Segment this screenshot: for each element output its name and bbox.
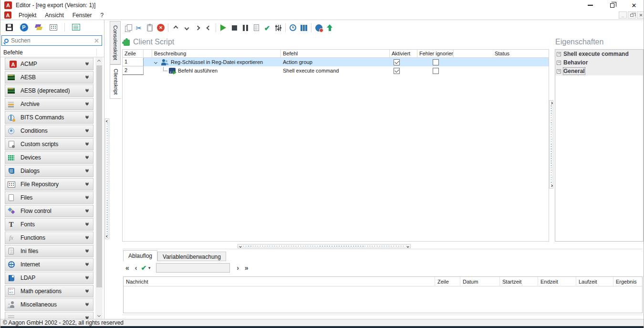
save-button[interactable] xyxy=(4,22,14,32)
scroll-up-button[interactable] xyxy=(95,57,103,65)
mdi-restore-button[interactable] xyxy=(628,11,636,19)
column-header-befehl[interactable]: Befehl xyxy=(281,50,390,57)
log-panel-collapse-splitter[interactable] xyxy=(238,244,411,248)
copy-button[interactable] xyxy=(123,22,133,33)
script-log-button[interactable] xyxy=(251,22,261,33)
category-aesb-deprecated[interactable]: AESB (deprecated) xyxy=(5,85,93,97)
filter-check-icon[interactable]: ✔ xyxy=(141,264,146,272)
cut-button[interactable]: ✂ xyxy=(134,22,144,33)
column-header-laufzeit[interactable]: Laufzeit xyxy=(576,277,613,286)
category-internet[interactable]: Internet xyxy=(5,258,93,271)
category-ini-files[interactable]: Ini files xyxy=(5,245,93,257)
property-group-general[interactable]: General xyxy=(555,67,643,75)
category-bits-commands[interactable]: BITS Commands xyxy=(5,111,93,124)
column-header-zeile[interactable]: Zeile xyxy=(123,50,144,57)
stop-button[interactable] xyxy=(229,22,239,33)
column-header-zeile[interactable]: Zeile xyxy=(435,277,460,286)
category-math-operations[interactable]: Math operations xyxy=(5,285,93,297)
clear-search-icon[interactable]: ✕ xyxy=(94,37,99,44)
status-bar: © Aagon GmbH 2002 - 2022, all rights res… xyxy=(0,319,644,326)
column-header-ergebnis[interactable]: Ergebnis xyxy=(613,277,642,286)
pause-button[interactable] xyxy=(240,22,250,33)
tab-variablenueberwachung[interactable]: Variablenüberwachung xyxy=(157,252,226,261)
category-partial[interactable] xyxy=(5,312,93,319)
sidebar-collapse-splitter[interactable] xyxy=(105,118,109,239)
filter-dropdown-icon[interactable]: ▼ xyxy=(147,266,151,270)
category-devices[interactable]: Devices xyxy=(5,151,93,164)
log-tabstrip: Ablauflog Variablenüberwachung xyxy=(123,250,226,261)
search-input[interactable] xyxy=(11,37,94,44)
validate-button[interactable]: ✔ xyxy=(262,22,272,33)
column-header-status[interactable]: Status xyxy=(454,50,549,57)
expand-plus-icon[interactable] xyxy=(557,61,561,65)
category-files[interactable]: Files xyxy=(5,191,93,204)
project-button[interactable] xyxy=(19,22,29,32)
aktiviert-checkbox[interactable] xyxy=(394,59,400,65)
fehler-ignorieren-checkbox[interactable] xyxy=(433,59,439,65)
category-file-repository[interactable]: File Repository xyxy=(5,178,93,190)
previous-record-button[interactable]: ‹ xyxy=(133,264,139,272)
expand-plus-icon[interactable] xyxy=(557,69,561,74)
category-dialogs[interactable]: Dialogs xyxy=(5,165,93,177)
form-editor-button[interactable] xyxy=(71,22,81,32)
menu-projekt[interactable]: Projekt xyxy=(14,11,41,20)
mdi-close-button[interactable]: ✕ xyxy=(637,11,644,19)
category-miscellaneous[interactable]: Miscellaneous xyxy=(5,298,93,311)
last-record-button[interactable]: » xyxy=(243,264,250,272)
close-button[interactable]: ✕ xyxy=(627,1,641,10)
column-header-nachricht[interactable]: Nachricht xyxy=(124,277,435,286)
minimize-button[interactable] xyxy=(583,1,597,10)
design-button[interactable] xyxy=(33,22,44,32)
upload-button[interactable] xyxy=(324,22,335,33)
fehler-ignorieren-checkbox[interactable] xyxy=(433,68,439,74)
log-filter-input[interactable] xyxy=(156,263,230,273)
category-conditions[interactable]: Conditions xyxy=(5,125,93,137)
first-record-button[interactable]: « xyxy=(124,264,131,272)
column-header-aktiviert[interactable]: Aktiviert xyxy=(390,50,417,57)
expand-plus-icon[interactable] xyxy=(557,52,561,56)
statistics-button[interactable] xyxy=(299,22,309,33)
category-ldap[interactable]: LDAP xyxy=(5,272,93,284)
move-down-button[interactable] xyxy=(181,22,192,33)
column-header-fehler-ignorieren[interactable]: Fehler ignorieren xyxy=(417,50,454,57)
category-fonts[interactable]: Fonts xyxy=(5,218,93,231)
menu-ansicht[interactable]: Ansicht xyxy=(41,11,68,20)
script-row-1[interactable]: 1 Reg-Schlüssel in Reg-Datei exportieren… xyxy=(123,58,549,66)
paste-button[interactable] xyxy=(145,22,155,33)
column-header-endzeit[interactable]: Endzeit xyxy=(538,277,576,286)
category-acmp[interactable]: ACMP xyxy=(5,58,93,70)
property-group-shell-execute-command[interactable]: Shell execute command xyxy=(555,50,643,58)
menu-fenster[interactable]: Fenster xyxy=(68,11,96,20)
category-custom-scripts[interactable]: Custom scripts xyxy=(5,138,93,150)
delete-button[interactable] xyxy=(156,22,166,33)
history-button[interactable] xyxy=(288,22,298,33)
restore-button[interactable] xyxy=(605,1,619,10)
column-header-beschreibung[interactable]: Beschreibung xyxy=(152,50,281,57)
tab-clientskript[interactable]: Clientskript xyxy=(110,64,121,99)
tab-ablauflog[interactable]: Ablauflog xyxy=(123,250,157,261)
menu-help[interactable]: ? xyxy=(96,11,108,20)
move-up-button[interactable] xyxy=(170,22,181,33)
category-aesb[interactable]: AESB xyxy=(5,71,93,84)
next-record-button[interactable]: › xyxy=(235,264,241,272)
run-button[interactable] xyxy=(218,22,229,33)
scroll-down-button[interactable] xyxy=(95,311,103,319)
debug-button[interactable] xyxy=(313,22,324,33)
script-row-2[interactable]: 2 Befehl ausführen Shell execute command xyxy=(123,66,549,75)
category-flow-control[interactable]: Flow control xyxy=(5,205,93,217)
indent-button[interactable] xyxy=(192,22,203,33)
category-functions[interactable]: Functions xyxy=(5,232,93,244)
column-header-startzeit[interactable]: Startzeit xyxy=(500,277,538,286)
collapse-chevron-icon[interactable] xyxy=(154,60,157,63)
scrollbar-thumb[interactable] xyxy=(96,65,102,287)
properties-collapse-splitter[interactable] xyxy=(549,100,553,189)
mdi-minimize-button[interactable]: _ xyxy=(619,11,627,19)
category-archive[interactable]: Archive xyxy=(5,98,93,110)
settings-button[interactable] xyxy=(273,22,283,33)
aktiviert-checkbox[interactable] xyxy=(394,68,400,74)
tab-consolenskript[interactable]: Consolenskript xyxy=(110,21,121,64)
property-group-behavior[interactable]: Behavior xyxy=(555,58,643,67)
column-header-datum[interactable]: Datum xyxy=(460,277,500,286)
outdent-button[interactable] xyxy=(203,22,214,33)
file-repository-button[interactable] xyxy=(48,22,59,32)
